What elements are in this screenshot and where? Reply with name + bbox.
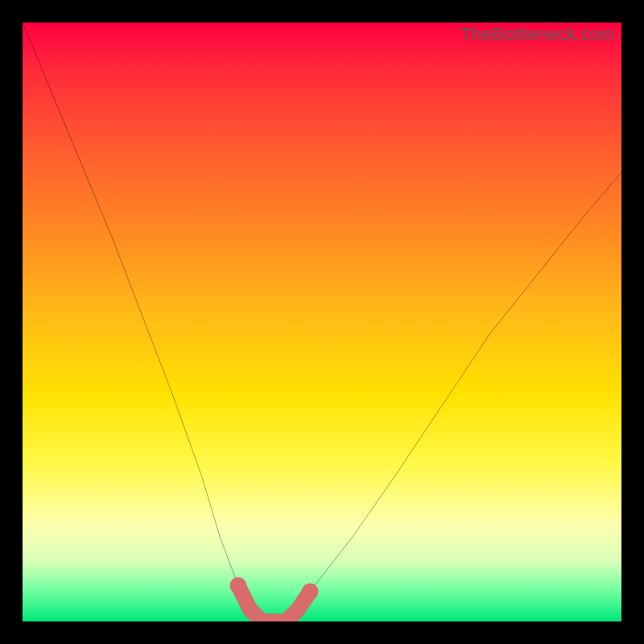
plot-area: TheBottleneck.com <box>23 23 621 621</box>
bottleneck-curve <box>23 23 621 621</box>
highlight-dot <box>229 577 246 594</box>
highlight-dot <box>302 583 319 600</box>
highlight-segment <box>238 585 310 621</box>
curve-layer <box>23 23 621 621</box>
chart-frame: TheBottleneck.com <box>0 0 644 644</box>
